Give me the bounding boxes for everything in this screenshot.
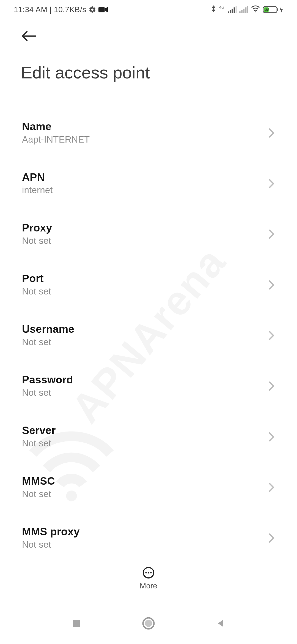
- row-value: internet: [22, 185, 53, 195]
- video-icon: [98, 6, 108, 13]
- row-text: MMS proxy Not set: [22, 526, 80, 550]
- svg-rect-8: [243, 9, 244, 13]
- battery-percent: 38: [265, 8, 270, 12]
- row-title: APN: [22, 171, 53, 183]
- chevron-right-icon: [268, 229, 275, 241]
- row-text: Port Not set: [22, 272, 51, 297]
- setting-row-port[interactable]: Port Not set: [0, 259, 297, 310]
- row-text: MMSC Not set: [22, 475, 55, 499]
- row-title: Proxy: [22, 222, 52, 234]
- row-value: Not set: [22, 236, 52, 246]
- setting-row-proxy[interactable]: Proxy Not set: [0, 209, 297, 259]
- row-value: Not set: [22, 438, 56, 449]
- row-title: Username: [22, 323, 74, 335]
- row-title: Server: [22, 424, 56, 436]
- bluetooth-icon: [210, 5, 216, 15]
- more-icon: [142, 567, 155, 579]
- chevron-right-icon: [268, 178, 275, 190]
- row-title: Password: [22, 374, 73, 386]
- row-value: Not set: [22, 539, 80, 550]
- row-text: APN internet: [22, 171, 53, 195]
- page-title: Edit access point: [21, 63, 276, 82]
- settings-list-wrapper: Name Aapt-INTERNET APN internet Proxy No…: [0, 99, 297, 556]
- row-value: Not set: [22, 388, 73, 398]
- row-value: Aapt-INTERNET: [22, 134, 90, 145]
- arrow-left-icon: [21, 30, 37, 42]
- row-text: Name Aapt-INTERNET: [22, 121, 90, 145]
- setting-row-name[interactable]: Name Aapt-INTERNET: [0, 107, 297, 158]
- charging-icon: [279, 6, 283, 13]
- svg-rect-4: [234, 7, 235, 13]
- row-title: MMS proxy: [22, 526, 80, 538]
- row-text: Proxy Not set: [22, 222, 52, 246]
- more-button[interactable]: More: [140, 567, 157, 590]
- gear-icon: [89, 6, 96, 13]
- svg-point-19: [145, 572, 147, 573]
- svg-rect-6: [239, 11, 241, 13]
- setting-row-mmsc[interactable]: MMSC Not set: [0, 462, 297, 512]
- back-button[interactable]: [21, 30, 37, 42]
- row-text: Server Not set: [22, 424, 56, 449]
- svg-rect-15: [277, 8, 278, 11]
- svg-rect-2: [230, 10, 231, 13]
- svg-rect-0: [98, 7, 105, 12]
- chevron-right-icon: [268, 128, 275, 139]
- status-speed: 10.7KB/s: [54, 5, 86, 14]
- signal-1: 4G: [219, 6, 237, 13]
- svg-point-12: [255, 11, 256, 12]
- chevron-right-icon: [268, 280, 275, 291]
- row-text: Username Not set: [22, 323, 74, 347]
- chevron-right-icon: [268, 432, 275, 443]
- settings-list: Name Aapt-INTERNET APN internet Proxy No…: [0, 99, 297, 556]
- svg-point-24: [145, 620, 152, 627]
- row-title: Name: [22, 121, 90, 133]
- status-sep: |: [50, 5, 52, 14]
- setting-row-apn[interactable]: APN internet: [0, 158, 297, 209]
- chevron-right-icon: [268, 482, 275, 494]
- signal-2: ✕: [239, 6, 248, 13]
- status-left: 11:34 AM | 10.7KB/s: [14, 5, 108, 14]
- setting-row-mms-proxy[interactable]: MMS proxy Not set: [0, 512, 297, 556]
- svg-rect-22: [73, 620, 80, 627]
- status-bar: 11:34 AM | 10.7KB/s 4G ✕ 38: [0, 0, 297, 19]
- bottom-action-bar: More: [0, 556, 297, 601]
- svg-point-20: [148, 572, 149, 573]
- battery-indicator: 38: [263, 6, 283, 13]
- svg-point-21: [150, 572, 152, 573]
- chevron-right-icon: [268, 330, 275, 342]
- wifi-icon: [251, 5, 260, 15]
- nav-recent-button[interactable]: [71, 618, 82, 630]
- svg-rect-9: [245, 7, 247, 13]
- network-type-label: 4G: [219, 5, 224, 9]
- svg-rect-3: [232, 9, 233, 13]
- svg-rect-7: [241, 10, 243, 13]
- status-time: 11:34 AM: [14, 5, 47, 14]
- system-nav-bar: [0, 604, 297, 644]
- header: Edit access point: [0, 19, 297, 84]
- status-right: 4G ✕ 38: [210, 5, 283, 15]
- chevron-right-icon: [268, 533, 275, 544]
- setting-row-username[interactable]: Username Not set: [0, 310, 297, 361]
- svg-text:✕: ✕: [247, 12, 248, 13]
- setting-row-server[interactable]: Server Not set: [0, 411, 297, 462]
- svg-rect-5: [236, 6, 237, 13]
- row-title: MMSC: [22, 475, 55, 487]
- more-label: More: [140, 582, 157, 590]
- row-value: Not set: [22, 286, 51, 297]
- nav-back-button[interactable]: [215, 618, 226, 630]
- row-title: Port: [22, 272, 51, 285]
- row-value: Not set: [22, 337, 74, 347]
- svg-rect-1: [228, 11, 229, 13]
- row-value: Not set: [22, 489, 55, 499]
- setting-row-password[interactable]: Password Not set: [0, 361, 297, 411]
- row-text: Password Not set: [22, 374, 73, 398]
- nav-home-button[interactable]: [142, 616, 155, 631]
- chevron-right-icon: [268, 381, 275, 392]
